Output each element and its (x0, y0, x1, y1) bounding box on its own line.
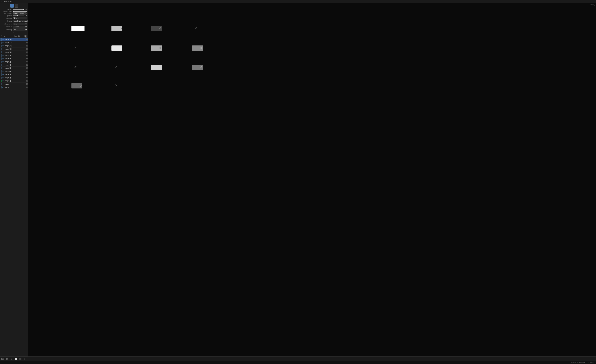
paint-tool[interactable]: ✏ (7, 35, 10, 37)
layer-type-icon: 🖼 (26, 55, 28, 56)
contrast-limits-label: contrast limits: (1, 10, 13, 12)
layer-item-1[interactable]: 👁Image [1]🖼 (0, 79, 28, 82)
fullscreen-button[interactable]: ⬛ (19, 357, 22, 361)
layer-visibility-toggle[interactable]: ⟳ (2, 83, 4, 85)
layer-visibility-toggle[interactable]: 👁 (2, 74, 4, 75)
tile-12: ⟳ (192, 65, 203, 70)
layer-type-icon: 🖼 (26, 67, 28, 69)
layer-name-label: crop_3D (5, 87, 26, 88)
move-tool-button[interactable]: ✛ (10, 4, 14, 7)
layer-visibility-toggle[interactable]: 👁 (2, 55, 4, 56)
tile-9: ⟳ (74, 65, 76, 69)
select-tool[interactable]: ▶ (3, 35, 6, 37)
layer-item-4[interactable]: 👁Image [4]🖼 (0, 70, 28, 73)
layer-item-5[interactable]: 👁Image [5]🖼 (0, 67, 28, 70)
depiction-label: depiction: (1, 26, 13, 28)
console-button[interactable]: ⌨ (1, 357, 4, 361)
layer-type-icon: 🖼 (26, 45, 28, 47)
layer-item--1[interactable]: ⟳crop_3D🖼 (0, 86, 28, 89)
layer-item-14[interactable]: 👁Image [14]🖼 (0, 38, 28, 41)
layer-type-icon: 🖼 (26, 61, 28, 63)
auto-contrast-once-button[interactable]: once (13, 13, 18, 15)
layer-type-icon: 🖼 (26, 42, 28, 44)
layer-item-11[interactable]: 👁Image [11]🖼 (0, 47, 28, 51)
colormap-select[interactable]: gray (15, 17, 27, 19)
layer-visibility-toggle[interactable]: 👁 (2, 61, 4, 63)
rotate-tool-button[interactable]: ↻ (15, 4, 18, 7)
layer-color-bar (0, 86, 2, 88)
layer-color-bar (0, 77, 2, 79)
blending-select[interactable]: translucent_no_depth (13, 20, 28, 22)
rendering-label: rendering: (1, 29, 13, 30)
layer-name-label: Image [12] (5, 45, 26, 47)
status-bar: use <2> for transform ▲ activity (0, 361, 596, 364)
activity-status: ▲ activity (588, 362, 594, 364)
layer-visibility-toggle[interactable]: 👁 (2, 51, 4, 53)
delete-layer-button[interactable]: 🗑 (24, 35, 27, 37)
layer-visibility-toggle[interactable]: 👁 (2, 48, 4, 50)
layer-item-12[interactable]: 👁Image [12]🖼 (0, 44, 28, 47)
layer-type-icon: 🖼 (26, 48, 28, 50)
layer-name-label: Image (5, 83, 26, 85)
opacity-label: opacity: (1, 8, 13, 10)
layer-color-bar (0, 45, 2, 47)
tile-4: ⟳ (195, 27, 198, 30)
2d-button[interactable]: ⬜ (14, 357, 17, 361)
app-icon: ⬡ (1, 1, 2, 2)
layer-color-bar (0, 80, 2, 82)
layer-list-header: ⬡ ▶ ✏ layer list 🗑 (0, 34, 28, 38)
layer-item-3[interactable]: 👁Image [3]🖼 (0, 73, 28, 76)
layer-name-label: Image [2] (5, 77, 26, 79)
rendering-select[interactable]: mip (13, 29, 27, 31)
main-layout: ✛ ↻ opacity: 1.00 contrast limits: (0, 3, 596, 357)
layer-type-icon: 🖼 (26, 77, 28, 79)
layer-item-13[interactable]: 👁Image [13]🖼 (0, 41, 28, 44)
layer-list-label: layer list (15, 35, 20, 37)
layer-visibility-toggle[interactable]: 👁 (2, 71, 4, 72)
layer-color-bar (0, 83, 2, 85)
title-label: layer controls (4, 1, 12, 2)
layer-name-label: Image [6] (5, 64, 26, 66)
layer-item-10[interactable]: 👁Image [10]🖼 (0, 51, 28, 54)
layer-color-bar (0, 73, 2, 76)
canvas-area[interactable]: ⟳ ⟳ ⟳ ⟳ ⟳ ⟳ (28, 3, 596, 357)
layer-item-7[interactable]: 👁Image [7]🖼 (0, 60, 28, 63)
interpolation-select[interactable]: linear (13, 23, 27, 25)
layer-visibility-toggle[interactable]: 👁 (2, 45, 4, 47)
layer-visibility-toggle[interactable]: 👁 (2, 67, 4, 69)
layer-item-6[interactable]: 👁Image [6]🖼 (0, 63, 28, 67)
layer-color-bar (0, 64, 2, 66)
bottom-toolbar: ⌨ ⊞ 🗂 ⬜ ⬛ ⌂ (0, 357, 596, 361)
layer-name-label: Image [11] (5, 48, 26, 50)
layer-visibility-toggle[interactable]: 👁 (2, 39, 4, 40)
contrast-limits-slider[interactable] (13, 11, 27, 12)
layer-item-2[interactable]: 👁Image [2]🖼 (0, 76, 28, 79)
layer-visibility-toggle[interactable]: 👁 (2, 42, 4, 44)
layer-visibility-toggle[interactable]: 👁 (2, 58, 4, 59)
opacity-slider[interactable] (13, 9, 24, 10)
layer-visibility-toggle[interactable]: 👁 (2, 77, 4, 79)
tile-7: ⟳ (151, 45, 162, 51)
layer-color-bar (0, 42, 2, 44)
tile-1 (71, 26, 84, 31)
layer-visibility-toggle[interactable]: 👁 (2, 64, 4, 66)
layer-item-8[interactable]: 👁Image [8]🖼 (0, 57, 28, 60)
layer-item-0[interactable]: ⟳Image🖼 (0, 82, 28, 86)
layer-name-label: Image [7] (5, 61, 26, 63)
gamma-slider[interactable] (13, 15, 24, 16)
layer-visibility-toggle[interactable]: 👁 (2, 80, 4, 82)
tile-14: ⟳ (115, 84, 117, 87)
layer-type-icon: 🖼 (26, 58, 28, 59)
interpolation-label: interpolation: (1, 23, 13, 25)
tile-2: ⟳ (112, 26, 122, 31)
3d-button[interactable]: 🗂 (10, 357, 13, 361)
layer-item-9[interactable]: 👁Image [9]🖼 (0, 54, 28, 57)
grid-button[interactable]: ⊞ (6, 357, 9, 361)
layer-type-icon: 🖼 (26, 83, 28, 85)
layer-name-label: Image [8] (5, 58, 26, 59)
layer-visibility-toggle[interactable]: ⟳ (2, 87, 4, 88)
gamma-label: gamma: (1, 15, 13, 16)
auto-contrast-continuous-button[interactable]: continuous (18, 13, 27, 15)
home-button[interactable]: ⌂ (23, 357, 26, 361)
depiction-select[interactable]: volume (13, 26, 27, 28)
